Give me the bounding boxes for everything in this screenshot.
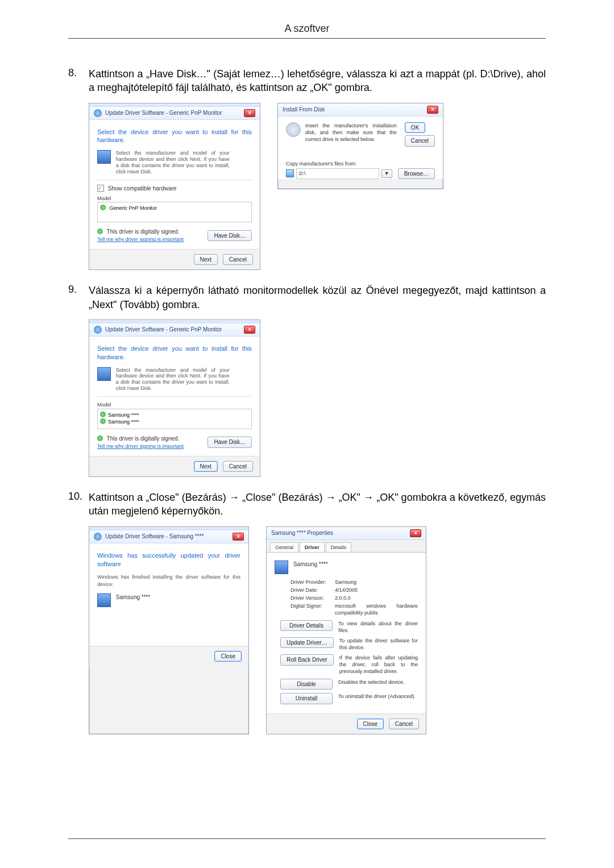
kv-value: Samsung	[335, 579, 418, 585]
back-icon	[94, 109, 102, 117]
close-icon[interactable]: ×	[244, 109, 255, 117]
signed-text: This driver is digitally signed.	[107, 435, 180, 442]
screenshot-update-driver-samsung: Update Driver Software - Generic PnP Mon…	[89, 319, 260, 477]
next-button[interactable]: Next	[194, 254, 218, 265]
device-icon	[97, 367, 111, 381]
next-button[interactable]: Next	[194, 461, 218, 472]
close-icon[interactable]: ×	[427, 106, 438, 114]
signed-icon	[97, 435, 103, 441]
signed-text: This driver is digitally signed.	[107, 229, 180, 235]
cancel-button[interactable]: Cancel	[223, 254, 253, 265]
btn-desc: To update the driver software for this d…	[339, 637, 418, 651]
model-label: Model	[97, 195, 252, 202]
dialog-title: Update Driver Software - Generic PnP Mon…	[105, 109, 244, 117]
step-number-10: 10.	[68, 491, 89, 734]
signed-icon	[97, 229, 103, 234]
close-button[interactable]: Close	[357, 719, 384, 730]
update-driver-button[interactable]: Update Driver…	[280, 637, 334, 649]
model-item: Samsung ****	[108, 412, 139, 418]
btn-desc: Disables the selected device.	[338, 679, 418, 686]
have-disk-button[interactable]: Have Disk…	[208, 437, 252, 448]
uninstall-button[interactable]: Uninstall	[280, 693, 333, 704]
step-number-8: 8.	[68, 67, 89, 270]
copy-from-label: Copy manufacturer's files from:	[286, 160, 435, 167]
model-listbox[interactable]: Samsung **** Samsung ****	[97, 409, 252, 429]
device-icon	[275, 560, 288, 574]
kv-value: 2.0.0.0	[335, 595, 418, 601]
btn-desc: If the device fails after updating the d…	[339, 654, 418, 675]
btn-desc: To view details about the driver files.	[338, 620, 418, 634]
screenshot-update-success: Update Driver Software - Samsung **** × …	[89, 526, 249, 734]
step-text-10: Kattintson a „Close" (Bezárás) → „Close"…	[89, 491, 546, 518]
dialog-subtext: Windows has finished installing the driv…	[97, 574, 240, 587]
ok-button[interactable]: OK	[405, 122, 425, 134]
step-number-9: 9.	[68, 284, 89, 477]
signing-link[interactable]: Tell me why driver signing is important	[97, 443, 184, 449]
rollback-driver-button[interactable]: Roll Back Driver	[280, 654, 334, 666]
step-text-9: Válassza ki a képernyőn látható monitorm…	[89, 284, 546, 312]
device-name: Samsung ****	[293, 561, 328, 567]
close-button[interactable]: Close	[214, 651, 242, 662]
cancel-button[interactable]: Cancel	[389, 719, 419, 730]
dialog-hint: Select the manufacturer and model of you…	[116, 367, 230, 392]
kv-key: Driver Date:	[291, 587, 335, 593]
screenshot-update-driver-generic: Update Driver Software - Generic PnP Mon…	[89, 103, 260, 271]
drive-icon	[286, 169, 294, 177]
dialog-heading: Windows has successfully updated your dr…	[97, 551, 240, 568]
dialog-title: Install From Disk	[283, 106, 427, 114]
step-text-8: Kattintson a „Have Disk…" (Saját lemez…)…	[89, 67, 546, 95]
device-name: Samsung ****	[116, 594, 151, 600]
back-icon	[94, 533, 102, 541]
screenshot-device-properties: Samsung **** Properties × General Driver…	[266, 526, 426, 734]
kv-value: microsoft windows hardware compatibility…	[335, 603, 418, 616]
signing-link[interactable]: Tell me why driver signing is important	[97, 236, 184, 242]
btn-desc: To uninstall the driver (Advanced).	[338, 693, 418, 700]
kv-key: Driver Version:	[291, 595, 335, 601]
dialog-title: Update Driver Software - Generic PnP Mon…	[105, 326, 244, 334]
ifd-message: Insert the manufacturer's installation d…	[305, 122, 397, 143]
kv-value: 4/14/2005	[335, 587, 418, 593]
kv-key: Digital Signer:	[291, 603, 335, 616]
page-header: A szoftver	[68, 23, 546, 39]
device-icon	[97, 593, 111, 607]
close-icon[interactable]: ×	[410, 529, 421, 537]
cancel-button[interactable]: Cancel	[223, 461, 253, 472]
browse-button[interactable]: Browse…	[398, 168, 435, 180]
device-icon	[97, 150, 111, 164]
show-compatible-checkbox[interactable]	[97, 185, 104, 192]
model-item: Generic PnP Monitor	[110, 205, 157, 211]
close-icon[interactable]: ×	[244, 326, 255, 334]
dialog-title: Samsung **** Properties	[271, 529, 410, 537]
show-compatible-label: Show compatible hardware	[108, 185, 177, 192]
dialog-hint: Select the manufacturer and model of you…	[116, 150, 230, 175]
monitor-icon	[100, 205, 106, 210]
model-listbox[interactable]: Generic PnP Monitor	[97, 202, 252, 222]
tab-general[interactable]: General	[270, 542, 298, 552]
path-dropdown[interactable]: ▼	[381, 169, 392, 177]
have-disk-button[interactable]: Have Disk…	[208, 230, 252, 242]
dialog-title: Update Driver Software - Samsung ****	[105, 533, 233, 541]
driver-details-button[interactable]: Driver Details	[280, 620, 333, 632]
disk-icon	[286, 122, 301, 137]
path-field[interactable]: D:\	[296, 168, 379, 178]
kv-key: Driver Provider:	[291, 579, 335, 585]
model-label: Model	[97, 401, 252, 408]
monitor-icon	[100, 412, 106, 417]
back-icon	[94, 326, 102, 334]
cancel-button[interactable]: Cancel	[405, 135, 435, 147]
disable-button[interactable]: Disable	[280, 679, 333, 690]
page-footer-rule	[68, 838, 546, 840]
page-title: A szoftver	[284, 23, 329, 34]
dialog-heading: Select the device driver you want to ins…	[97, 344, 252, 362]
monitor-icon	[100, 418, 106, 424]
tab-details[interactable]: Details	[326, 542, 352, 552]
dialog-heading: Select the device driver you want to ins…	[97, 128, 252, 145]
screenshot-install-from-disk: Install From Disk × Insert the manufactu…	[277, 103, 443, 189]
tab-driver[interactable]: Driver	[300, 542, 325, 552]
model-item: Samsung ****	[108, 419, 139, 425]
close-icon[interactable]: ×	[233, 533, 244, 541]
